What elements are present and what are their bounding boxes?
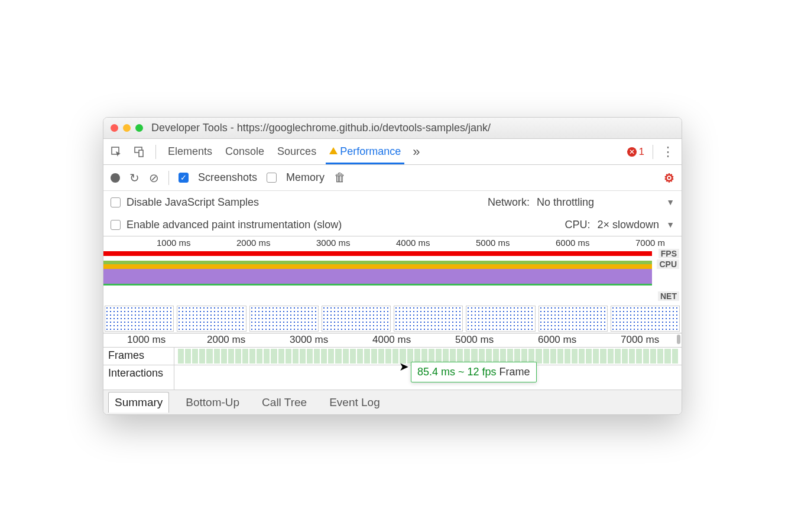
window-titlebar: Developer Tools - https://googlechrome.g…	[103, 118, 682, 139]
ruler-tick: 1000 ms	[127, 334, 166, 346]
net-lane-label: NET	[658, 291, 679, 301]
net-overview-lane[interactable]: NET	[103, 291, 682, 304]
details-tab-bottom-up[interactable]: Bottom-Up	[180, 392, 245, 413]
zoom-window-button[interactable]	[135, 124, 143, 132]
ruler-tick: 3000 ms	[316, 238, 351, 248]
ruler-tick: 5000 ms	[455, 334, 494, 346]
frames-track-label[interactable]: Frames	[103, 348, 174, 365]
devtools-menu-button[interactable]: ⋮	[661, 144, 674, 160]
fps-lane-label: FPS	[659, 249, 679, 258]
cpu-throttle-value: 2× slowdown	[598, 219, 660, 231]
tab-performance[interactable]: Performance	[328, 140, 402, 164]
memory-checkbox[interactable]	[267, 173, 277, 183]
svg-rect-2	[139, 150, 143, 157]
overview-time-ruler[interactable]: 1000 ms 2000 ms 3000 ms 4000 ms 5000 ms …	[103, 236, 682, 249]
ruler-tick: 4000 ms	[396, 238, 430, 248]
traffic-lights	[111, 124, 143, 132]
tab-console[interactable]: Console	[224, 140, 265, 164]
ruler-tick: 7000 ms	[621, 334, 659, 346]
error-counter[interactable]: ✕ 1	[627, 146, 644, 158]
frames-track-body[interactable]: ➤ 85.4 ms ~ 12 fps Frame	[174, 348, 682, 365]
interactions-track-body[interactable]	[174, 365, 682, 390]
devtools-tabbar: Elements Console Sources Performance » ✕…	[103, 139, 682, 165]
error-count: 1	[639, 146, 644, 158]
cpu-label: CPU:	[565, 219, 591, 231]
divider	[168, 171, 169, 185]
performance-toolbar: ↻ ⊘ ✓ Screenshots Memory 🗑 ⚙	[103, 165, 682, 191]
details-tab-summary[interactable]: Summary	[108, 392, 169, 413]
scrollbar-thumb[interactable]	[677, 335, 680, 344]
device-toolbar-icon[interactable]	[133, 146, 145, 158]
tab-performance-label: Performance	[340, 145, 401, 157]
ruler-tick: 1000 ms	[157, 238, 191, 248]
error-icon: ✕	[627, 147, 637, 157]
interactions-track: Interactions	[103, 365, 682, 390]
capture-settings-button[interactable]: ⚙	[664, 171, 674, 185]
details-tab-call-tree[interactable]: Call Tree	[256, 392, 313, 413]
chevron-down-icon: ▼	[666, 197, 674, 207]
devtools-window: Developer Tools - https://googlechrome.g…	[103, 117, 682, 415]
details-tabbar: Summary Bottom-Up Call Tree Event Log	[103, 390, 682, 414]
screenshot-thumbnail[interactable]	[537, 304, 609, 333]
capture-settings-row-1: Disable JavaScript Samples Network: No t…	[103, 191, 682, 213]
cpu-lane-label: CPU	[657, 259, 679, 269]
cpu-overview-lane[interactable]: CPU	[103, 259, 682, 291]
screenshot-thumbnail[interactable]	[176, 304, 248, 333]
details-tab-event-log[interactable]: Event Log	[323, 392, 386, 413]
close-window-button[interactable]	[111, 124, 118, 132]
interactions-track-label[interactable]: Interactions	[103, 365, 174, 390]
ruler-tick: 6000 ms	[556, 238, 590, 248]
tab-elements[interactable]: Elements	[167, 140, 213, 164]
cpu-throttle-select[interactable]: 2× slowdown	[598, 219, 660, 231]
divider	[155, 145, 156, 159]
garbage-collect-button[interactable]: 🗑	[334, 171, 346, 184]
disable-js-samples-checkbox[interactable]	[111, 197, 121, 207]
ruler-tick: 2000 ms	[207, 334, 245, 346]
network-label: Network:	[488, 196, 530, 209]
disable-js-samples-label: Disable JavaScript Samples	[126, 196, 259, 209]
screenshot-thumbnail[interactable]	[248, 304, 320, 333]
ruler-tick: 2000 ms	[236, 238, 271, 248]
enable-paint-label: Enable advanced paint instrumentation (s…	[126, 219, 342, 231]
frames-track: Frames ➤ 85.4 ms ~ 12 fps Frame	[103, 347, 682, 365]
window-title: Developer Tools - https://googlechrome.g…	[151, 122, 491, 134]
clear-button[interactable]: ⊘	[149, 171, 159, 185]
tab-sources[interactable]: Sources	[276, 140, 317, 164]
screenshot-filmstrip[interactable]	[103, 304, 682, 333]
screenshots-label: Screenshots	[198, 171, 257, 184]
screenshot-thumbnail[interactable]	[609, 304, 682, 333]
chevron-down-icon: ▼	[666, 220, 674, 229]
screenshot-thumbnail[interactable]	[465, 304, 537, 333]
screenshot-thumbnail[interactable]	[103, 304, 176, 333]
minimize-window-button[interactable]	[123, 124, 131, 132]
cpu-rendering	[103, 269, 652, 286]
record-button[interactable]	[111, 173, 120, 183]
screenshot-thumbnail[interactable]	[320, 304, 392, 333]
fps-bar	[103, 251, 652, 256]
capture-settings-row-2: Enable advanced paint instrumentation (s…	[103, 213, 682, 236]
ruler-tick: 7000 m	[635, 238, 665, 248]
network-throttle-value: No throttling	[537, 196, 594, 208]
network-throttle-select[interactable]: No throttling	[537, 196, 594, 209]
fps-overview-lane[interactable]: FPS	[103, 249, 682, 259]
screenshot-thumbnail[interactable]	[392, 304, 465, 333]
warning-icon	[329, 147, 338, 154]
reload-record-button[interactable]: ↻	[129, 171, 140, 185]
divider	[653, 145, 653, 159]
inspect-element-icon[interactable]	[111, 146, 122, 158]
ruler-tick: 6000 ms	[538, 334, 576, 346]
screenshots-checkbox[interactable]: ✓	[179, 173, 189, 183]
ruler-tick: 4000 ms	[372, 334, 411, 346]
memory-label: Memory	[286, 171, 325, 184]
tabs-overflow-button[interactable]: »	[413, 144, 420, 160]
enable-paint-checkbox[interactable]	[111, 220, 121, 230]
ruler-tick: 5000 ms	[476, 238, 510, 248]
flame-chart-ruler[interactable]: 1000 ms 2000 ms 3000 ms 4000 ms 5000 ms …	[103, 333, 682, 347]
ruler-tick: 3000 ms	[290, 334, 328, 346]
